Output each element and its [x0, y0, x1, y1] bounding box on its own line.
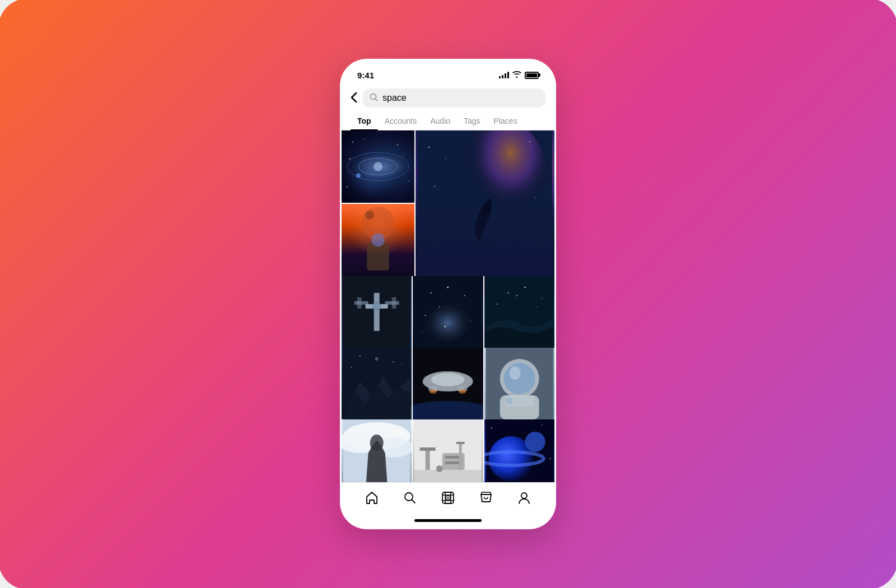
svg-point-46 — [496, 304, 497, 305]
svg-rect-25 — [374, 293, 380, 331]
search-bar-row: space — [342, 85, 554, 112]
svg-point-63 — [430, 389, 437, 394]
svg-point-39 — [470, 320, 471, 321]
svg-point-50 — [375, 357, 379, 361]
svg-point-15 — [371, 234, 385, 247]
svg-point-84 — [436, 465, 443, 472]
svg-point-13 — [365, 211, 374, 220]
svg-point-52 — [393, 361, 394, 362]
grid-image-galaxy-spiral[interactable] — [342, 130, 414, 203]
search-icon — [370, 93, 378, 103]
svg-point-21 — [434, 186, 435, 187]
svg-rect-80 — [420, 447, 436, 451]
search-nav-icon — [403, 491, 417, 505]
svg-point-17 — [457, 130, 547, 231]
tabs-row: Top Accounts Audio Tags Places — [342, 112, 554, 130]
phone-screen: 9:41 — [342, 60, 554, 528]
svg-rect-28 — [357, 297, 362, 309]
nav-reels[interactable] — [436, 488, 460, 507]
nav-shop[interactable] — [474, 488, 498, 507]
grid-top-left — [342, 130, 414, 276]
svg-point-92 — [542, 424, 543, 426]
svg-point-41 — [422, 332, 423, 333]
back-button[interactable] — [351, 92, 357, 105]
nav-search[interactable] — [398, 488, 422, 507]
svg-point-64 — [459, 389, 466, 394]
svg-point-5 — [352, 142, 353, 143]
grid-image-space-station[interactable] — [342, 276, 412, 348]
svg-point-97 — [447, 497, 449, 499]
svg-point-3 — [374, 162, 382, 171]
tab-top[interactable]: Top — [351, 112, 378, 130]
svg-point-35 — [464, 295, 465, 296]
grid-image-lunar-equipment[interactable] — [413, 419, 483, 482]
svg-point-4 — [356, 174, 361, 178]
svg-point-76 — [370, 435, 384, 451]
svg-point-60 — [431, 373, 465, 386]
grid-top-row — [342, 130, 554, 276]
shop-icon — [479, 491, 493, 505]
grid-image-cloaked-figure[interactable] — [342, 419, 412, 482]
svg-point-30 — [372, 302, 381, 311]
svg-rect-78 — [414, 470, 482, 482]
svg-point-90 — [525, 432, 545, 452]
svg-point-33 — [431, 292, 432, 293]
svg-point-43 — [507, 292, 508, 293]
grid-fourth-row — [342, 419, 554, 482]
svg-point-6 — [363, 139, 365, 140]
grid-image-planets[interactable] — [484, 419, 554, 482]
svg-point-45 — [542, 298, 543, 299]
svg-point-44 — [524, 287, 525, 288]
grid-third-row — [342, 348, 554, 419]
home-bar — [342, 516, 554, 528]
grid-image-spaceship[interactable] — [413, 348, 483, 419]
status-icons — [499, 71, 539, 80]
grid-content — [342, 130, 554, 482]
search-value: space — [382, 93, 407, 103]
grid-second-row — [342, 276, 554, 348]
svg-point-53 — [351, 367, 352, 368]
svg-point-54 — [402, 364, 403, 365]
reels-icon — [441, 491, 455, 505]
svg-rect-85 — [459, 442, 462, 470]
svg-point-38 — [425, 315, 426, 316]
svg-point-93 — [549, 458, 550, 459]
grid-image-nebula-person[interactable] — [416, 130, 554, 276]
svg-point-11 — [347, 186, 348, 188]
svg-point-19 — [445, 158, 446, 159]
grid-image-astronaut-portrait[interactable] — [484, 348, 554, 419]
svg-point-9 — [349, 158, 351, 160]
tab-audio[interactable]: Audio — [423, 112, 457, 130]
wifi-icon — [512, 71, 521, 80]
tab-places[interactable]: Places — [487, 112, 524, 130]
svg-point-37 — [459, 304, 460, 305]
svg-point-98 — [521, 493, 527, 498]
svg-point-40 — [445, 326, 446, 327]
svg-point-32 — [420, 293, 476, 343]
nav-home[interactable] — [360, 488, 384, 507]
signal-icon — [499, 72, 509, 78]
svg-point-67 — [503, 363, 535, 394]
grid-image-night-sky[interactable] — [484, 276, 554, 348]
svg-point-34 — [447, 287, 449, 288]
svg-point-8 — [403, 156, 404, 157]
svg-rect-14 — [367, 242, 389, 270]
nav-profile[interactable] — [512, 488, 536, 507]
svg-point-51 — [360, 356, 361, 357]
tab-tags[interactable]: Tags — [457, 112, 487, 130]
search-input[interactable]: space — [363, 88, 545, 108]
phone-frame: 9:41 — [339, 58, 557, 530]
home-icon — [365, 491, 379, 505]
tab-accounts[interactable]: Accounts — [378, 112, 424, 130]
grid-image-astronaut-planets[interactable] — [342, 204, 414, 276]
svg-point-20 — [529, 141, 530, 142]
svg-point-7 — [397, 144, 398, 146]
status-bar: 9:41 — [342, 60, 554, 85]
profile-icon — [517, 491, 531, 505]
nav-bar — [342, 482, 554, 516]
home-indicator — [414, 519, 482, 522]
svg-point-36 — [439, 306, 440, 307]
grid-image-mountain-night[interactable] — [342, 348, 412, 419]
grid-image-stars-nebula[interactable] — [413, 276, 483, 348]
svg-rect-86 — [456, 442, 465, 444]
